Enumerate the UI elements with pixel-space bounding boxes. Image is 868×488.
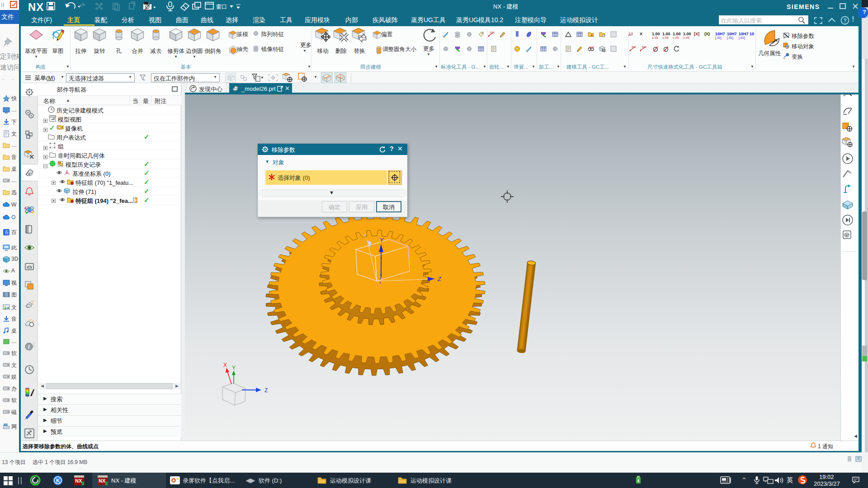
svg-text:百: 百 — [5, 230, 9, 235]
svg-text:NX: NX — [75, 478, 82, 483]
svg-text:X: X — [363, 233, 367, 238]
svg-text:R|Ø|: R|Ø| — [642, 46, 646, 48]
svg-text:R|Ø|: R|Ø| — [632, 46, 636, 48]
svg-text:Y: Y — [232, 365, 236, 371]
svg-text:10H7: 10H7 — [589, 46, 594, 49]
svg-text:?: ? — [844, 18, 847, 24]
svg-text:Z: Z — [437, 276, 442, 282]
svg-text:Y: Y — [380, 237, 384, 244]
svg-text:X: X — [223, 362, 227, 368]
svg-text:K: K — [56, 478, 60, 484]
svg-text:窗口: 窗口 — [216, 4, 227, 10]
svg-text:NX: NX — [99, 478, 106, 483]
svg-text:R|Ø|: R|Ø| — [490, 31, 495, 34]
svg-text:Z: Z — [264, 387, 268, 394]
